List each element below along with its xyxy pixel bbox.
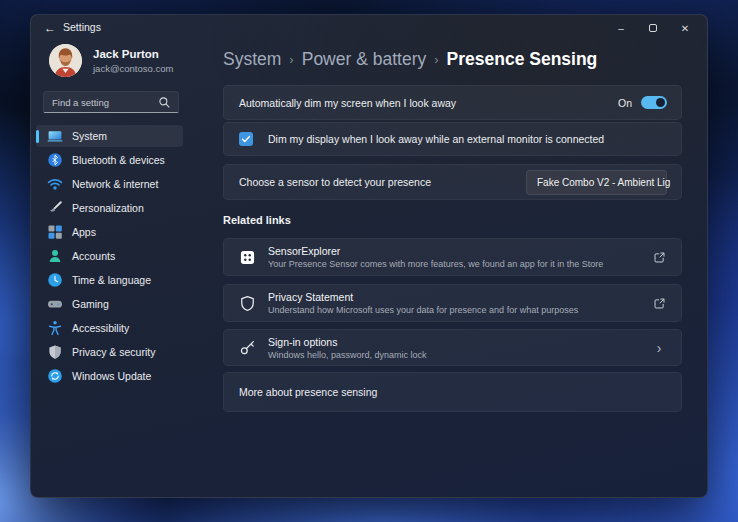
minimize-button[interactable]: –	[605, 15, 637, 41]
more-about-label: More about presence sensing	[239, 386, 377, 398]
auto-dim-toggle[interactable]	[641, 96, 667, 109]
auto-dim-setting-card: Automatically dim my screen when I look …	[223, 85, 682, 120]
search-box	[43, 91, 179, 113]
sidebar-item-apps[interactable]: Apps	[36, 221, 183, 243]
apps-grid-icon	[47, 224, 63, 240]
sidebar-item-label: Time & language	[72, 274, 151, 286]
close-button[interactable]: ✕	[669, 15, 701, 41]
sidebar-item-label: System	[72, 130, 107, 142]
external-monitor-setting-card: Dim my display when I look away while an…	[223, 122, 682, 156]
sidebar-item-label: Privacy & security	[72, 346, 155, 358]
sidebar-item-label: Apps	[72, 226, 96, 238]
sidebar-item-personalization[interactable]: Personalization	[36, 197, 183, 219]
sidebar-item-label: Accounts	[72, 250, 115, 262]
maximize-icon	[649, 24, 657, 32]
sidebar-item-gaming[interactable]: Gaming	[36, 293, 183, 315]
sensor-dropdown[interactable]: Fake Combo V2 - Ambient Lig	[526, 170, 667, 195]
brush-icon	[47, 200, 63, 216]
link-title: Sign-in options	[268, 336, 652, 348]
external-monitor-label: Dim my display when I look away while an…	[268, 133, 604, 145]
minimize-icon: –	[618, 23, 624, 34]
update-icon	[47, 368, 63, 384]
bluetooth-icon	[47, 152, 63, 168]
sidebar-item-bluetooth-devices[interactable]: Bluetooth & devices	[36, 149, 183, 171]
sign-in-options-link-card[interactable]: Sign-in options Windows hello, password,…	[223, 329, 682, 366]
link-description: Your Presence Sensor comes with more fea…	[268, 259, 652, 269]
search-icon	[158, 96, 171, 109]
link-description: Windows hello, password, dynamic lock	[268, 350, 652, 360]
sidebar-item-label: Gaming	[72, 298, 109, 310]
related-links-heading: Related links	[223, 214, 291, 226]
sidebar-item-label: Bluetooth & devices	[72, 154, 165, 166]
back-arrow-icon: ←	[44, 21, 56, 35]
more-about-card[interactable]: More about presence sensing	[223, 372, 682, 412]
sidebar-item-accessibility[interactable]: Accessibility	[36, 317, 183, 339]
shield-icon	[47, 344, 63, 360]
sensor-setting-card: Choose a sensor to detect your presence …	[223, 164, 682, 200]
avatar	[49, 44, 82, 77]
sidebar-item-label: Accessibility	[72, 322, 129, 334]
breadcrumb-parent[interactable]: Power & battery	[302, 49, 427, 70]
back-button[interactable]: ←	[41, 20, 59, 36]
titlebar: ← Settings – ✕	[31, 15, 707, 41]
sensor-label: Choose a sensor to detect your presence	[239, 176, 431, 188]
system-icon	[47, 128, 63, 144]
auto-dim-label: Automatically dim my screen when I look …	[239, 97, 456, 109]
sensor-dropdown-value: Fake Combo V2 - Ambient Lig	[537, 177, 670, 188]
sidebar-item-time-language[interactable]: Time & language	[36, 269, 183, 291]
search-input[interactable]	[52, 92, 152, 112]
breadcrumb-separator: ›	[289, 51, 293, 67]
toggle-state-label: On	[618, 97, 632, 109]
maximize-button[interactable]	[637, 15, 669, 41]
link-title: SensorExplorer	[268, 245, 652, 257]
selected-indicator	[36, 130, 39, 143]
breadcrumb-root[interactable]: System	[223, 49, 281, 70]
person-icon	[47, 248, 63, 264]
check-icon	[241, 134, 251, 144]
breadcrumb-separator: ›	[434, 51, 438, 67]
user-account-card[interactable]: Jack Purton jack@contoso.com	[45, 42, 215, 82]
app-title: Settings	[63, 21, 101, 33]
sidebar-item-label: Network & internet	[72, 178, 158, 190]
key-icon	[239, 339, 256, 356]
sidebar-item-accounts[interactable]: Accounts	[36, 245, 183, 267]
external-monitor-checkbox[interactable]	[239, 132, 253, 146]
gamepad-icon	[47, 296, 63, 312]
sensor-app-icon	[239, 249, 256, 266]
sidebar-item-label: Personalization	[72, 202, 144, 214]
accessibility-person-icon	[47, 320, 63, 336]
shield-outline-icon	[239, 295, 256, 312]
user-name: Jack Purton	[93, 48, 159, 60]
sidebar-nav: System Bluetooth & devices Network & int…	[36, 125, 183, 389]
sensorexplorer-link-card[interactable]: SensorExplorer Your Presence Sensor come…	[223, 238, 682, 276]
desktop: ← Settings – ✕ Jack Purton ja	[0, 0, 738, 522]
settings-window: ← Settings – ✕ Jack Purton ja	[30, 14, 708, 498]
wifi-icon	[47, 176, 63, 192]
external-link-icon	[653, 251, 666, 264]
chevron-right-icon: ›	[657, 341, 662, 355]
sidebar-item-label: Windows Update	[72, 370, 151, 382]
link-description: Understand how Microsoft uses your data …	[268, 305, 652, 315]
page-title: Presence Sensing	[447, 49, 598, 70]
sidebar-item-privacy-security[interactable]: Privacy & security	[36, 341, 183, 363]
breadcrumb: System › Power & battery › Presence Sens…	[223, 47, 597, 71]
sidebar-item-system[interactable]: System	[36, 125, 183, 147]
sidebar-item-network-internet[interactable]: Network & internet	[36, 173, 183, 195]
sidebar-item-windows-update[interactable]: Windows Update	[36, 365, 183, 387]
link-title: Privacy Statement	[268, 291, 652, 303]
clock-icon	[47, 272, 63, 288]
privacy-statement-link-card[interactable]: Privacy Statement Understand how Microso…	[223, 284, 682, 322]
toggle-knob	[656, 98, 665, 107]
external-link-icon	[653, 297, 666, 310]
user-email: jack@contoso.com	[93, 63, 173, 74]
window-controls: – ✕	[605, 15, 701, 41]
close-icon: ✕	[681, 23, 689, 34]
